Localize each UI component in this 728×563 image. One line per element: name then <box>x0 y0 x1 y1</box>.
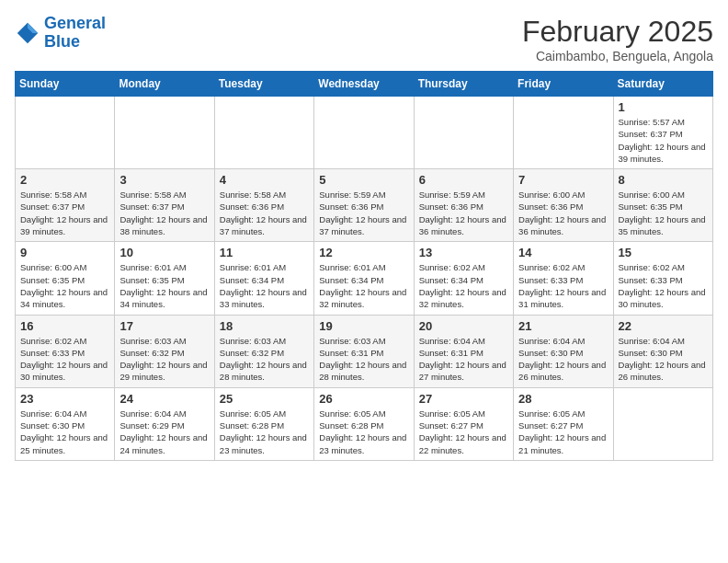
day-info: Sunrise: 5:58 AM Sunset: 6:37 PM Dayligh… <box>20 189 109 237</box>
calendar-cell: 13Sunrise: 6:02 AM Sunset: 6:34 PM Dayli… <box>414 242 513 315</box>
day-info: Sunrise: 6:01 AM Sunset: 6:35 PM Dayligh… <box>119 261 209 310</box>
day-number: 25 <box>220 392 309 406</box>
calendar-cell <box>214 97 313 169</box>
logo-line1: General <box>44 14 106 32</box>
day-info: Sunrise: 6:04 AM Sunset: 6:31 PM Dayligh… <box>419 335 508 384</box>
page-header: General Blue February 2025 Caimbambo, Be… <box>15 15 713 63</box>
day-number: 26 <box>319 392 408 406</box>
day-number: 21 <box>518 319 608 333</box>
day-info: Sunrise: 5:59 AM Sunset: 6:36 PM Dayligh… <box>419 189 508 237</box>
location-subtitle: Caimbambo, Benguela, Angola <box>522 49 713 63</box>
calendar-cell: 6Sunrise: 5:59 AM Sunset: 6:36 PM Daylig… <box>414 169 513 242</box>
day-number: 7 <box>518 173 608 187</box>
day-info: Sunrise: 6:00 AM Sunset: 6:36 PM Dayligh… <box>518 189 608 237</box>
calendar-cell: 1Sunrise: 5:57 AM Sunset: 6:37 PM Daylig… <box>613 97 712 169</box>
day-info: Sunrise: 6:04 AM Sunset: 6:29 PM Dayligh… <box>119 408 209 456</box>
calendar-cell: 9Sunrise: 6:00 AM Sunset: 6:35 PM Daylig… <box>16 242 115 315</box>
calendar-cell: 28Sunrise: 6:05 AM Sunset: 6:27 PM Dayli… <box>514 387 613 460</box>
day-info: Sunrise: 6:05 AM Sunset: 6:27 PM Dayligh… <box>518 408 608 456</box>
calendar-cell: 25Sunrise: 6:05 AM Sunset: 6:28 PM Dayli… <box>214 387 313 460</box>
day-number: 15 <box>619 246 708 259</box>
weekday-header: Saturday <box>613 72 712 97</box>
calendar-cell: 14Sunrise: 6:02 AM Sunset: 6:33 PM Dayli… <box>514 242 613 315</box>
calendar-cell: 3Sunrise: 5:58 AM Sunset: 6:37 PM Daylig… <box>115 169 214 242</box>
day-number: 24 <box>119 392 209 406</box>
title-block: February 2025 Caimbambo, Benguela, Angol… <box>522 15 713 63</box>
weekday-header: Friday <box>514 72 613 97</box>
weekday-header: Thursday <box>414 72 513 97</box>
day-number: 9 <box>20 246 109 259</box>
calendar-cell: 26Sunrise: 6:05 AM Sunset: 6:28 PM Dayli… <box>314 387 414 460</box>
day-number: 16 <box>20 319 109 333</box>
day-number: 5 <box>319 173 408 187</box>
weekday-header: Monday <box>115 72 214 97</box>
day-info: Sunrise: 6:03 AM Sunset: 6:32 PM Dayligh… <box>220 335 309 384</box>
day-info: Sunrise: 6:02 AM Sunset: 6:33 PM Dayligh… <box>20 335 109 384</box>
calendar-cell: 8Sunrise: 6:00 AM Sunset: 6:35 PM Daylig… <box>613 169 712 242</box>
day-number: 12 <box>319 246 408 259</box>
calendar-cell: 16Sunrise: 6:02 AM Sunset: 6:33 PM Dayli… <box>16 315 115 387</box>
day-info: Sunrise: 5:59 AM Sunset: 6:36 PM Dayligh… <box>319 189 408 237</box>
weekday-header: Sunday <box>16 72 115 97</box>
month-title: February 2025 <box>522 15 713 49</box>
logo-text: General Blue <box>44 15 106 52</box>
calendar-cell: 15Sunrise: 6:02 AM Sunset: 6:33 PM Dayli… <box>613 242 712 315</box>
day-number: 27 <box>419 392 508 406</box>
day-info: Sunrise: 5:58 AM Sunset: 6:37 PM Dayligh… <box>119 189 209 237</box>
calendar-cell <box>514 97 613 169</box>
calendar-cell <box>613 387 712 460</box>
calendar-cell: 17Sunrise: 6:03 AM Sunset: 6:32 PM Dayli… <box>115 315 214 387</box>
day-info: Sunrise: 6:04 AM Sunset: 6:30 PM Dayligh… <box>619 335 708 384</box>
day-number: 23 <box>20 392 109 406</box>
day-number: 18 <box>220 319 309 333</box>
calendar-cell: 7Sunrise: 6:00 AM Sunset: 6:36 PM Daylig… <box>514 169 613 242</box>
day-number: 17 <box>119 319 209 333</box>
day-info: Sunrise: 6:02 AM Sunset: 6:33 PM Dayligh… <box>518 261 608 310</box>
day-info: Sunrise: 6:03 AM Sunset: 6:31 PM Dayligh… <box>319 335 408 384</box>
day-info: Sunrise: 5:57 AM Sunset: 6:37 PM Dayligh… <box>619 116 708 165</box>
calendar-cell: 19Sunrise: 6:03 AM Sunset: 6:31 PM Dayli… <box>314 315 414 387</box>
day-info: Sunrise: 6:03 AM Sunset: 6:32 PM Dayligh… <box>119 335 209 384</box>
day-info: Sunrise: 6:02 AM Sunset: 6:34 PM Dayligh… <box>419 261 508 310</box>
calendar-cell <box>414 97 513 169</box>
calendar-table: SundayMondayTuesdayWednesdayThursdayFrid… <box>15 71 713 461</box>
calendar-cell: 4Sunrise: 5:58 AM Sunset: 6:36 PM Daylig… <box>214 169 313 242</box>
day-number: 28 <box>518 392 608 406</box>
calendar-cell: 2Sunrise: 5:58 AM Sunset: 6:37 PM Daylig… <box>16 169 115 242</box>
day-number: 14 <box>518 246 608 259</box>
day-number: 10 <box>119 246 209 259</box>
day-info: Sunrise: 6:00 AM Sunset: 6:35 PM Dayligh… <box>619 189 708 237</box>
calendar-cell: 12Sunrise: 6:01 AM Sunset: 6:34 PM Dayli… <box>314 242 414 315</box>
day-number: 3 <box>119 173 209 187</box>
calendar-cell: 5Sunrise: 5:59 AM Sunset: 6:36 PM Daylig… <box>314 169 414 242</box>
day-info: Sunrise: 6:02 AM Sunset: 6:33 PM Dayligh… <box>619 261 708 310</box>
logo-icon <box>15 20 40 46</box>
day-info: Sunrise: 6:05 AM Sunset: 6:28 PM Dayligh… <box>319 408 408 456</box>
day-number: 22 <box>619 319 708 333</box>
logo-line2: Blue <box>44 32 80 51</box>
logo: General Blue <box>15 15 106 52</box>
calendar-cell <box>115 97 214 169</box>
day-number: 6 <box>419 173 508 187</box>
calendar-cell: 11Sunrise: 6:01 AM Sunset: 6:34 PM Dayli… <box>214 242 313 315</box>
day-info: Sunrise: 5:58 AM Sunset: 6:36 PM Dayligh… <box>220 189 309 237</box>
calendar-cell: 10Sunrise: 6:01 AM Sunset: 6:35 PM Dayli… <box>115 242 214 315</box>
calendar-cell: 24Sunrise: 6:04 AM Sunset: 6:29 PM Dayli… <box>115 387 214 460</box>
calendar-cell <box>16 97 115 169</box>
day-number: 1 <box>619 100 708 114</box>
calendar-cell: 27Sunrise: 6:05 AM Sunset: 6:27 PM Dayli… <box>414 387 513 460</box>
day-info: Sunrise: 6:05 AM Sunset: 6:27 PM Dayligh… <box>419 408 508 456</box>
day-number: 8 <box>619 173 708 187</box>
calendar-cell: 22Sunrise: 6:04 AM Sunset: 6:30 PM Dayli… <box>613 315 712 387</box>
calendar-cell: 23Sunrise: 6:04 AM Sunset: 6:30 PM Dayli… <box>16 387 115 460</box>
day-number: 19 <box>319 319 408 333</box>
weekday-header: Tuesday <box>214 72 313 97</box>
calendar-cell: 21Sunrise: 6:04 AM Sunset: 6:30 PM Dayli… <box>514 315 613 387</box>
day-number: 13 <box>419 246 508 259</box>
day-info: Sunrise: 6:05 AM Sunset: 6:28 PM Dayligh… <box>220 408 309 456</box>
calendar-cell: 20Sunrise: 6:04 AM Sunset: 6:31 PM Dayli… <box>414 315 513 387</box>
calendar-cell: 18Sunrise: 6:03 AM Sunset: 6:32 PM Dayli… <box>214 315 313 387</box>
day-number: 20 <box>419 319 508 333</box>
calendar-cell <box>314 97 414 169</box>
day-number: 2 <box>20 173 109 187</box>
